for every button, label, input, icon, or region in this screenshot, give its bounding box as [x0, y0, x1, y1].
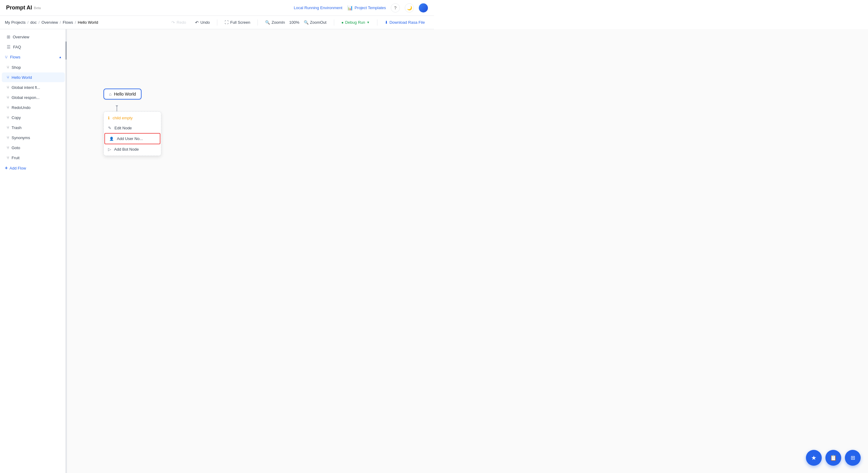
download-label: Download Rasa File — [390, 20, 425, 25]
sidebar-scrollbar-track[interactable] — [65, 29, 67, 236]
sidebar-item-trash-label: Trash — [11, 125, 22, 130]
top-bar: Prompt AI Beta Local Running Environment… — [0, 0, 434, 16]
add-user-node-label: Add User No... — [117, 136, 143, 141]
breadcrumb-toolbar-row: My Projects / doc / Overview / Flows / H… — [0, 16, 434, 29]
sidebar-item-copy[interactable]: ⑂ Copy — [2, 113, 65, 122]
app-logo: Prompt AI Beta — [6, 5, 41, 11]
avatar[interactable] — [419, 3, 428, 12]
faq-icon: ☰ — [7, 44, 11, 49]
sidebar-item-faq-label: FAQ — [13, 45, 21, 49]
zoomout-button[interactable]: 🔍 ZoomOut — [302, 19, 329, 26]
child-empty-label: child empty — [113, 116, 133, 120]
redoundo-flow-icon: ⑂ — [7, 105, 9, 110]
fruit-flow-icon: ⑂ — [7, 155, 9, 160]
breadcrumb-myprojects[interactable]: My Projects — [5, 20, 26, 25]
context-menu-child-empty[interactable]: ℹ child empty — [104, 113, 161, 123]
user-icon: 👤 — [109, 137, 114, 141]
global-respon-flow-icon: ⑂ — [7, 95, 9, 100]
sidebar-item-copy-label: Copy — [11, 115, 21, 120]
sidebar-item-redoundo-label: RedoUndo — [11, 105, 30, 110]
sidebar-item-fruit[interactable]: ⑂ Fruit — [2, 153, 65, 162]
zoomout-label: ZoomOut — [310, 20, 327, 25]
sidebar-item-synonyms[interactable]: ⑂ Synonyms — [2, 133, 65, 143]
env-link[interactable]: Local Running Environment — [294, 5, 342, 10]
templates-label: Project Templates — [354, 5, 386, 10]
breadcrumb-overview[interactable]: Overview — [41, 20, 58, 25]
hello-world-node[interactable]: ⌂ Hello World — [103, 89, 142, 99]
home-icon: ⌂ — [109, 92, 112, 96]
templates-link[interactable]: 📊 Project Templates — [347, 5, 386, 11]
add-bot-node-label: Add Bot Node — [114, 147, 139, 152]
help-button[interactable]: ? — [391, 3, 400, 12]
sep-toolbar-1 — [217, 20, 217, 26]
context-menu-edit-node[interactable]: ✎ Edit Node — [104, 123, 161, 133]
bar-chart-icon: 📊 — [347, 5, 353, 11]
flows-section[interactable]: ⑂ Flows ▲ — [0, 52, 67, 62]
breadcrumb: My Projects / doc / Overview / Flows / H… — [0, 20, 103, 25]
hello-world-flow-icon: ⑂ — [7, 75, 9, 80]
sidebar-item-redoundo[interactable]: ⑂ RedoUndo — [2, 102, 65, 112]
sidebar-scrollbar-thumb[interactable] — [65, 41, 67, 60]
bot-icon: ▷ — [108, 147, 111, 152]
trash-flow-icon: ⑂ — [7, 125, 9, 130]
sidebar-item-goto[interactable]: ⑂ Goto — [2, 143, 65, 153]
zoomin-label: ZoomIn — [272, 20, 285, 25]
debug-run-button[interactable]: ● Debug Run ▼ — [340, 19, 372, 26]
sep-toolbar-3 — [334, 20, 334, 26]
sidebar-item-goto-label: Goto — [11, 146, 20, 150]
sep-toolbar-2 — [257, 20, 258, 26]
zoom-value: 100% — [289, 20, 299, 25]
undo-label: Undo — [200, 20, 210, 25]
zoomout-icon: 🔍 — [304, 20, 309, 25]
app-title: Prompt AI — [6, 5, 32, 11]
question-icon: ? — [394, 5, 397, 10]
node-connector-arrow — [116, 105, 118, 107]
flows-icon: ⑂ — [5, 55, 8, 60]
sidebar-item-shop[interactable]: ⑂ Shop — [2, 62, 65, 72]
fullscreen-button[interactable]: ⛶ Full Screen — [223, 19, 252, 26]
main-layout: ⊞ Overview ☰ FAQ ⑂ Flows ▲ ⑂ Shop ⑂ Hell… — [0, 29, 434, 236]
sep2: / — [39, 20, 40, 25]
info-icon: ℹ — [108, 116, 110, 120]
circle-icon: ● — [341, 21, 344, 25]
context-menu-add-user-node[interactable]: 👤 Add User No... — [104, 133, 160, 144]
breadcrumb-doc[interactable]: doc — [30, 20, 37, 25]
sep4: / — [75, 20, 76, 25]
sidebar-item-faq[interactable]: ☰ FAQ — [2, 42, 65, 52]
sidebar-item-trash[interactable]: ⑂ Trash — [2, 123, 65, 132]
zoomin-icon: 🔍 — [265, 20, 270, 25]
zoomin-button[interactable]: 🔍 ZoomIn — [263, 19, 287, 26]
sidebar-item-global-respon[interactable]: ⑂ Global respon... — [2, 93, 65, 102]
redo-label: Redo — [177, 20, 186, 25]
beta-label: Beta — [34, 6, 41, 10]
context-menu: ℹ child empty ✎ Edit Node 👤 Add User No.… — [103, 112, 161, 156]
sidebar: ⊞ Overview ☰ FAQ ⑂ Flows ▲ ⑂ Shop ⑂ Hell… — [0, 29, 67, 236]
sidebar-item-shop-label: Shop — [11, 65, 21, 70]
chevron-down-icon: ▼ — [367, 21, 370, 24]
sidebar-item-overview-label: Overview — [13, 35, 29, 39]
zoom-controls: 🔍 ZoomIn 100% 🔍 ZoomOut — [263, 19, 329, 26]
copy-flow-icon: ⑂ — [7, 115, 9, 120]
theme-toggle[interactable]: 🌙 — [405, 3, 414, 12]
fullscreen-label: Full Screen — [230, 20, 250, 25]
sidebar-item-hello-world[interactable]: ⑂ Hello World — [2, 72, 65, 82]
moon-icon: 🌙 — [407, 5, 412, 10]
download-button[interactable]: ⬇ Download Rasa File — [383, 19, 427, 26]
debug-label: Debug Run — [345, 20, 365, 25]
chevron-up-icon: ▲ — [59, 55, 62, 59]
sidebar-item-overview[interactable]: ⊞ Overview — [2, 32, 65, 42]
node-label: Hello World — [114, 92, 136, 96]
undo-button[interactable]: ↶ Undo — [193, 19, 212, 26]
breadcrumb-flows[interactable]: Flows — [63, 20, 73, 25]
header-right: Local Running Environment 📊 Project Temp… — [294, 3, 428, 12]
add-flow-button[interactable]: + Add Flow — [0, 163, 67, 173]
goto-flow-icon: ⑂ — [7, 145, 9, 150]
edit-icon: ✎ — [108, 126, 112, 130]
sidebar-item-global-intent[interactable]: ⑂ Global intent fl... — [2, 83, 65, 92]
sidebar-item-hello-world-label: Hello World — [11, 75, 32, 80]
context-menu-add-bot-node[interactable]: ▷ Add Bot Node — [104, 144, 161, 154]
node-card[interactable]: ⌂ Hello World — [103, 89, 142, 99]
redo-button[interactable]: ↷ Redo — [169, 19, 188, 26]
canvas[interactable]: ⌂ Hello World ℹ child empty ✎ Edit Node … — [67, 29, 434, 236]
sep1: / — [27, 20, 29, 25]
